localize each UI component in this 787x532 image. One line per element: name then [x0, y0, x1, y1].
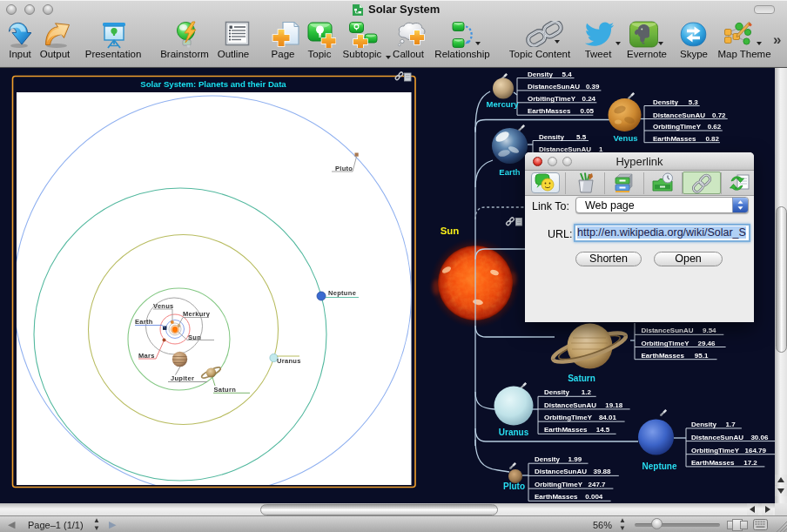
svg-text:95.1: 95.1 [695, 352, 709, 360]
svg-text:Saturn: Saturn [214, 386, 237, 394]
svg-text:0.62: 0.62 [708, 123, 722, 131]
svg-text:Pluto: Pluto [335, 165, 353, 172]
svg-text:OrbitingTimeY: OrbitingTimeY [544, 414, 593, 421]
svg-text:Sun: Sun [441, 226, 460, 236]
svg-text:EarthMasses: EarthMasses [691, 459, 735, 467]
svg-text:5.3: 5.3 [689, 98, 699, 106]
svg-text:Solar System: Planets and thei: Solar System: Planets and their Data [140, 79, 286, 89]
svg-text:OrbitingTimeY: OrbitingTimeY [535, 481, 583, 488]
svg-text:0.24: 0.24 [582, 95, 596, 103]
svg-text:247.7: 247.7 [589, 481, 607, 488]
svg-text:Density: Density [539, 133, 564, 141]
svg-text:0.72: 0.72 [712, 111, 726, 119]
svg-text:DistanceSunAU: DistanceSunAU [653, 111, 705, 119]
svg-text:DistanceSunAU: DistanceSunAU [528, 83, 580, 91]
svg-text:Neptune: Neptune [642, 461, 677, 471]
svg-text:5.5: 5.5 [576, 133, 587, 141]
svg-text:164.79: 164.79 [745, 447, 767, 455]
svg-text:0.004: 0.004 [585, 493, 603, 501]
svg-text:OrbitingTimeY: OrbitingTimeY [691, 447, 740, 455]
svg-text:Pluto: Pluto [503, 481, 525, 491]
svg-text:Uranus: Uranus [499, 428, 529, 437]
svg-text:5.4: 5.4 [562, 71, 573, 78]
svg-text:EarthMasses: EarthMasses [642, 352, 685, 360]
svg-text:9.54: 9.54 [703, 327, 716, 334]
svg-text:Venus: Venus [614, 133, 638, 143]
svg-text:EarthMasses: EarthMasses [544, 426, 588, 434]
svg-text:Density: Density [653, 98, 678, 106]
svg-text:Density: Density [528, 71, 553, 78]
svg-text:OrbitingTimeY: OrbitingTimeY [642, 340, 690, 347]
svg-text:19.18: 19.18 [605, 401, 623, 409]
svg-text:Mercury: Mercury [487, 99, 520, 109]
svg-text:DistanceSunAU: DistanceSunAU [544, 401, 596, 409]
svg-text:84.01: 84.01 [599, 414, 617, 421]
svg-text:1.7: 1.7 [726, 421, 737, 428]
svg-text:OrbitingTimeY: OrbitingTimeY [653, 123, 702, 131]
svg-text:Mars: Mars [138, 352, 155, 360]
svg-text:0.05: 0.05 [581, 107, 595, 115]
svg-text:DistanceSunAU: DistanceSunAU [691, 434, 743, 441]
svg-text:EarthMasses: EarthMasses [528, 107, 571, 115]
svg-text:EarthMasses: EarthMasses [535, 493, 578, 501]
svg-text:Neptune: Neptune [328, 289, 356, 297]
svg-text:17.2: 17.2 [743, 459, 757, 467]
svg-text:30.06: 30.06 [750, 434, 769, 441]
svg-text:OrbitingTimeY: OrbitingTimeY [528, 95, 576, 103]
svg-text:Venus: Venus [153, 302, 174, 310]
svg-text:0.82: 0.82 [705, 135, 719, 143]
svg-text:Density: Density [691, 421, 716, 428]
svg-text:14.5: 14.5 [596, 426, 610, 434]
svg-text:Earth: Earth [499, 167, 520, 177]
svg-text:1.2: 1.2 [582, 388, 592, 396]
svg-text:DistanceSunAU: DistanceSunAU [642, 327, 694, 334]
svg-text:Jupiter: Jupiter [171, 374, 194, 382]
svg-text:Uranus: Uranus [277, 357, 301, 365]
svg-text:29.46: 29.46 [698, 340, 716, 347]
svg-text:Saturn: Saturn [568, 374, 595, 383]
svg-text:EarthMasses: EarthMasses [653, 135, 696, 143]
svg-text:Density: Density [544, 388, 569, 396]
svg-text:0.39: 0.39 [586, 83, 600, 91]
svg-text:Earth: Earth [135, 318, 153, 326]
svg-text:Merkury: Merkury [183, 310, 211, 318]
svg-text:DistanceSunAU: DistanceSunAU [535, 468, 587, 475]
svg-text:39.88: 39.88 [594, 468, 612, 475]
svg-text:Density: Density [535, 455, 560, 463]
svg-text:1.99: 1.99 [568, 455, 582, 463]
